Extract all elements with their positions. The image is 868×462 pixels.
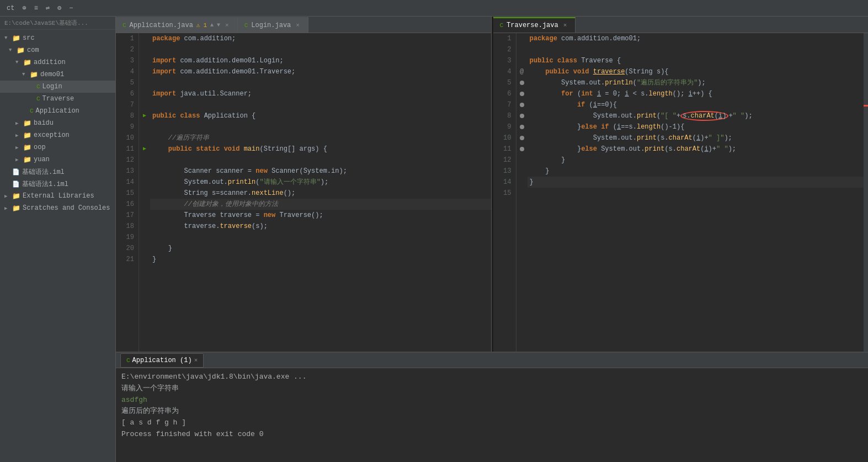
code-line: }: [150, 254, 491, 265]
code-line: String s=scanner.nextLine();: [150, 188, 491, 199]
bottom-tab-bar: C Application (1) ×: [116, 353, 868, 368]
sidebar-item-iml2[interactable]: ▶ 📄 基础语法1.iml: [0, 178, 115, 190]
code-line: [150, 44, 491, 55]
folder-icon: 📁: [23, 59, 31, 67]
sidebar-item-scratches[interactable]: ▶ 📁 Scratches and Consoles: [0, 202, 115, 214]
left-tab-bar: C Application.java ⚠ 1 ▲ ▼ × C Login.jav…: [116, 17, 491, 33]
arrow-icon: ▼: [15, 60, 21, 65]
code-line: [150, 232, 491, 243]
minimize-icon[interactable]: −: [67, 3, 75, 13]
right-code-lines[interactable]: package com.addition.demo01; public clas…: [528, 33, 864, 352]
breakpoint-dot: [520, 136, 524, 140]
arrow-icon: ▶: [15, 157, 21, 163]
right-tab-bar: C Traverse.java ×: [493, 17, 869, 33]
run-arrow-icon: ▶: [143, 144, 146, 155]
menu-icon[interactable]: ≡: [32, 3, 40, 13]
ct-icon[interactable]: ct: [4, 3, 17, 13]
arrow-icon: ▶: [15, 145, 21, 151]
code-line: Traverse traverse = new Traverse();: [150, 210, 491, 221]
sidebar-item-oop[interactable]: ▶ 📁 oop: [0, 141, 115, 153]
sidebar-item-src[interactable]: ▼ 📁 src: [0, 32, 115, 44]
console-line-exit: Process finished with exit code 0: [121, 429, 862, 440]
folder-icon: 📁: [17, 46, 25, 55]
right-line-numbers: 1 2 3 4 5 6 7 8 9 10 11 12 13 14: [493, 33, 516, 352]
console-tab[interactable]: C Application (1) ×: [120, 353, 204, 368]
swap-icon[interactable]: ⇌: [44, 3, 52, 13]
main-layout: E:\code\JavaSE\基础语... ▼ 📁 src ▼ 📁 com ▼ …: [0, 17, 868, 462]
folder-icon: 📁: [12, 34, 20, 43]
top-bar-icons: ct ⊕ ≡ ⇌ ⚙ −: [4, 3, 76, 13]
arrow-icon: ▶: [4, 193, 10, 199]
error-mark: [864, 105, 868, 107]
at-breakpoint-icon: @: [520, 66, 524, 77]
tab-label: Traverse.java: [507, 22, 558, 29]
left-code-lines[interactable]: package com.addition; import com.additio…: [150, 33, 491, 352]
code-line: }: [528, 155, 864, 166]
code-line: [150, 155, 491, 166]
tab-application-java[interactable]: C Application.java ⚠ 1 ▲ ▼ ×: [116, 17, 238, 33]
scroll-indicator: [864, 33, 868, 352]
right-code-area[interactable]: 1 2 3 4 5 6 7 8 9 10 11 12 13 14: [493, 33, 869, 352]
arrow-icon: ▶: [15, 120, 21, 126]
sidebar-item-application[interactable]: ▶ C Application: [0, 105, 115, 117]
tab-traverse-java[interactable]: C Traverse.java ×: [493, 17, 576, 33]
sidebar-item-label: External Libraries: [23, 192, 94, 200]
console-content: E:\environment\java\jdk1.8\bin\java.exe …: [116, 368, 868, 462]
code-line: System.out.print("[ "+s.charAt(i)+" ");: [528, 110, 864, 121]
sidebar-item-baidu[interactable]: ▶ 📁 baidu: [0, 117, 115, 129]
sidebar-item-yuan[interactable]: ▶ 📁 yuan: [0, 153, 115, 166]
code-line: }else if (i==s.length()-1){: [528, 121, 864, 132]
code-line: [150, 121, 491, 132]
chevron-up-icon[interactable]: ▲: [210, 22, 214, 28]
tab-close-button[interactable]: ×: [223, 22, 231, 29]
sidebar-item-label: Application: [36, 107, 79, 115]
editor-area: C Application.java ⚠ 1 ▲ ▼ × C Login.jav…: [116, 17, 868, 462]
code-line: System.out.println("遍历后的字符串为");: [528, 77, 864, 88]
warning-count: 1: [203, 22, 207, 29]
console-line-prompt: 请输入一个字符串: [121, 383, 862, 395]
console-tab-close[interactable]: ×: [194, 357, 198, 364]
sidebar-item-label: baidu: [34, 119, 54, 127]
java-icon: C: [36, 95, 40, 102]
sidebar-item-login[interactable]: ▶ C Login: [0, 81, 115, 93]
folder-icon: 📁: [12, 192, 20, 200]
console-line-input: asdfgh: [121, 395, 862, 406]
sidebar-item-exception[interactable]: ▶ 📁 exception: [0, 129, 115, 141]
tab-login-java[interactable]: C Login.java ×: [238, 17, 308, 33]
left-line-numbers: 1 2 3 4 5 6 7 8 9 10 11 12 13 14: [116, 33, 139, 352]
code-line: package com.addition;: [150, 33, 491, 44]
tab-label: Application.java: [130, 22, 193, 29]
code-line: [150, 99, 491, 110]
sidebar-item-label: 基础语法1.iml: [22, 179, 68, 189]
code-line: package com.addition.demo01;: [528, 33, 864, 44]
sidebar-item-traverse[interactable]: ▶ C Traverse: [0, 93, 115, 105]
sidebar-item-label: oop: [34, 144, 46, 151]
chevron-down-icon[interactable]: ▼: [217, 22, 220, 28]
right-gutter: @: [516, 33, 528, 352]
console-line-output1: 遍历后的字符串为: [121, 406, 862, 417]
globe-icon[interactable]: ⊕: [20, 3, 28, 13]
sidebar-item-addition[interactable]: ▼ 📁 addition: [0, 56, 115, 68]
sidebar-item-com[interactable]: ▼ 📁 com: [0, 44, 115, 56]
code-line: }: [528, 166, 864, 177]
right-editor-pane: C Traverse.java × 1 2 3 4 5 6 7: [493, 17, 869, 352]
java-file-icon: C: [244, 22, 248, 29]
breakpoint-dot: [520, 92, 524, 96]
top-bar: ct ⊕ ≡ ⇌ ⚙ −: [0, 0, 868, 17]
code-line: System.out.print(s.charAt(i)+" ]");: [528, 132, 864, 144]
sidebar-item-label: Traverse: [42, 95, 74, 103]
sidebar-item-demo01[interactable]: ▼ 📁 demo01: [0, 68, 115, 81]
console-line-output2: [ a s d f g h ]: [121, 417, 862, 429]
sidebar-item-ext-libs[interactable]: ▶ 📁 External Libraries: [0, 190, 115, 202]
sidebar-item-iml1[interactable]: ▶ 📄 基础语法.iml: [0, 166, 115, 178]
tab-close-button[interactable]: ×: [294, 22, 301, 29]
breakpoint-dot: [520, 103, 524, 107]
sidebar-item-label: addition: [34, 59, 66, 66]
code-line: //创建对象，使用对象中的方法: [150, 199, 491, 210]
code-line: import java.util.Scanner;: [150, 88, 491, 99]
file-icon: 📄: [12, 180, 20, 188]
code-line: import com.addition.demo01.Login;: [150, 55, 491, 66]
tab-close-button[interactable]: ×: [562, 22, 569, 29]
settings-icon[interactable]: ⚙: [55, 3, 63, 13]
left-code-area[interactable]: 1 2 3 4 5 6 7 8 9 10 11 12 13 14: [116, 33, 491, 352]
